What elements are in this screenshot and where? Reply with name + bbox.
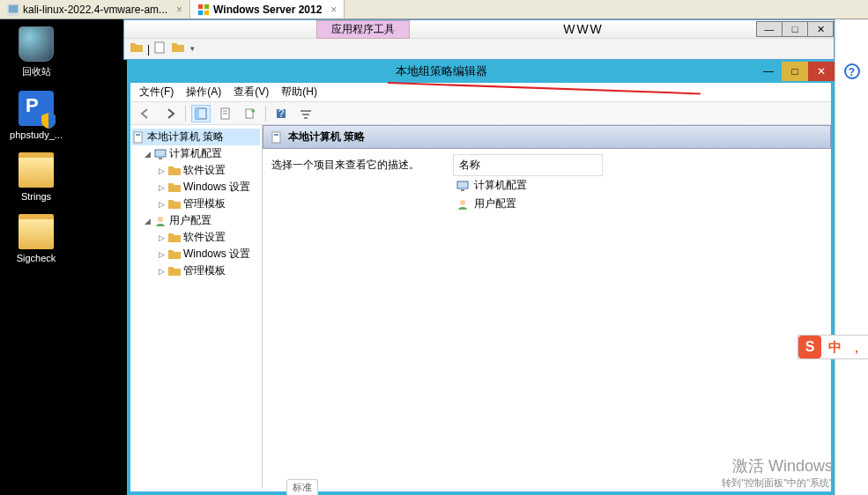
collapse-icon[interactable]: ◢ [143,217,152,225]
tree-user-windows[interactable]: ▷ Windows 设置 [132,246,260,262]
tree-pane[interactable]: 本地计算机 策略 ◢ 计算机配置 ▷ 软件设置 ▷ Windows 设置 ▷ 管… [130,125,263,488]
tree-comp-admin[interactable]: ▷ 管理模板 [132,196,260,212]
expand-icon[interactable]: ▷ [157,200,166,209]
tree-computer-config[interactable]: ◢ 计算机配置 [132,145,260,162]
ime-comma: ， [849,336,868,358]
show-hide-tree-button[interactable] [191,105,211,122]
tree-label: 计算机配置 [169,146,222,161]
list-item-user-config[interactable]: 用户配置 [453,195,826,213]
tree-label: 用户配置 [169,213,211,228]
properties-icon[interactable] [153,41,167,57]
vmware-tab-kali[interactable]: kali-linux-2022.4-vmware-am... × [0,0,190,18]
expand-icon[interactable]: ▷ [157,250,166,259]
help-icon[interactable]: ? [844,63,860,79]
gpedit-titlebar[interactable]: 本地组策略编辑器 — □ ✕ [127,60,835,83]
shield-icon [40,112,57,129]
expand-icon[interactable]: ▷ [157,166,166,175]
vmware-tab-label: kali-linux-2022.4-vmware-am... [23,4,167,16]
svg-rect-1 [9,4,19,12]
user-icon [154,215,167,227]
minimize-button[interactable]: — [756,21,783,37]
mmc-body: 本地计算机 策略 ◢ 计算机配置 ▷ 软件设置 ▷ Windows 设置 ▷ 管… [130,125,831,488]
vmware-tab-winserver[interactable]: Windows Server 2012 × [190,0,345,18]
explorer-right-strip: ? [835,19,868,495]
svg-rect-5 [204,10,209,14]
toolbar: ? [130,102,831,125]
dropdown-icon[interactable]: ▼ [189,45,196,53]
list-item-label: 计算机配置 [474,178,527,193]
policy-icon [132,131,145,144]
folder-glyph [19,214,54,249]
svg-rect-26 [461,189,464,191]
svg-rect-17 [304,117,308,119]
svg-point-27 [460,200,465,205]
detail-tab-standard[interactable]: 标准 [286,479,318,495]
list-panel: 名称 计算机配置 用户配置 [453,154,826,483]
expand-icon[interactable]: ▷ [157,267,166,276]
tree-label: 软件设置 [183,163,226,178]
vmware-tab-bar: kali-linux-2022.4-vmware-am... × Windows… [0,0,868,19]
close-button[interactable]: ✕ [808,62,835,81]
maximize-button[interactable]: □ [782,62,808,81]
sigcheck-label: Sigcheck [5,253,67,263]
detail-header: 本地计算机 策略 [263,125,831,149]
forward-button[interactable] [160,105,180,122]
phpstudy-icon[interactable]: phpstudy_... [5,91,67,140]
collapse-icon[interactable]: ◢ [143,150,152,159]
tree-comp-windows[interactable]: ▷ Windows 设置 [132,179,260,196]
expand-icon[interactable]: ▷ [157,233,166,242]
tree-user-software[interactable]: ▷ 软件设置 [132,229,260,246]
tree-user-config[interactable]: ◢ 用户配置 [132,212,260,229]
svg-rect-19 [136,134,140,136]
menu-help[interactable]: 帮助(H) [281,85,317,100]
sigcheck-folder-icon[interactable]: Sigcheck [5,214,67,263]
close-icon[interactable]: × [176,4,182,16]
explorer-titlebar[interactable]: 应用程序工具 WWW — □ ✕ [124,20,834,38]
export-button[interactable] [241,105,260,122]
contextual-tab[interactable]: 应用程序工具 [316,20,410,39]
explorer-title: WWW [410,22,757,36]
svg-rect-25 [457,181,468,188]
menu-file[interactable]: 文件(F) [139,85,174,100]
recycle-bin-icon[interactable]: 回收站 [5,26,67,78]
tree-label: 管理模板 [183,263,226,278]
close-icon[interactable]: × [330,4,337,16]
menu-view[interactable]: 查看(V) [234,85,269,100]
gpedit-window: 本地组策略编辑器 — □ ✕ 文件(F) 操作(A) 查看(V) 帮助(H) ?… [127,60,835,495]
folder-icon[interactable] [130,41,144,57]
tree-label: 管理模板 [183,196,226,211]
menu-action[interactable]: 操作(A) [186,85,221,100]
strings-folder-icon[interactable]: Strings [5,152,67,202]
tree-label: Windows 设置 [183,247,250,262]
svg-point-22 [158,217,163,222]
new-folder-icon[interactable] [171,41,185,57]
gpedit-title: 本地组策略编辑器 [127,63,755,79]
list-item-label: 用户配置 [474,196,516,211]
svg-rect-23 [272,132,280,143]
tree-comp-software[interactable]: ▷ 软件设置 [132,162,260,179]
svg-rect-16 [302,114,309,115]
window-controls: — □ ✕ [755,62,835,81]
tree-user-admin[interactable]: ▷ 管理模板 [132,262,260,279]
tree-root-local-policy[interactable]: 本地计算机 策略 [132,129,260,145]
help-button[interactable]: ? [271,105,291,122]
properties-button[interactable] [216,105,235,122]
minimize-button[interactable]: — [755,62,782,81]
list-item-computer-config[interactable]: 计算机配置 [453,176,826,195]
user-icon [456,198,469,211]
ime-indicator[interactable]: S 中 ， [798,335,868,359]
back-button[interactable] [136,105,155,122]
separator: | [147,43,150,55]
close-button[interactable]: ✕ [807,21,834,37]
expand-icon[interactable]: ▷ [157,183,166,192]
svg-text:?: ? [278,107,285,120]
svg-rect-20 [155,150,166,157]
computer-icon [154,148,167,160]
maximize-button[interactable]: □ [782,21,808,37]
sogou-icon: S [798,336,821,358]
svg-rect-24 [274,134,278,136]
filter-button[interactable] [296,105,315,122]
hint-text: 选择一个项目来查看它的描述。 [271,159,419,171]
column-header-name[interactable]: 名称 [453,154,603,176]
desktop[interactable]: 回收站 phpstudy_... Strings Sigcheck [0,19,123,495]
